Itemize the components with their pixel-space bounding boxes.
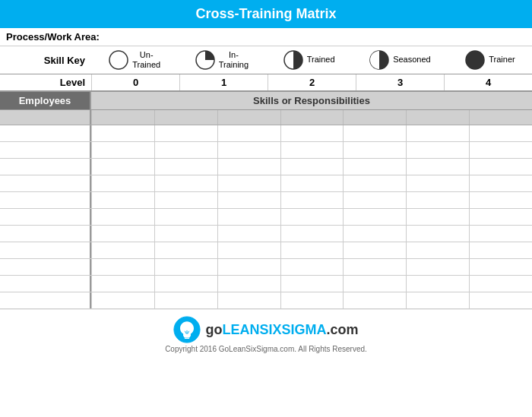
employee-name-cell[interactable]: [0, 276, 91, 292]
data-cell[interactable]: [280, 175, 344, 192]
data-cell[interactable]: [469, 209, 532, 226]
data-cell[interactable]: [91, 125, 154, 142]
employee-name-cell[interactable]: [0, 242, 91, 258]
data-cell[interactable]: [217, 259, 280, 276]
data-cell[interactable]: [217, 142, 280, 159]
data-cell[interactable]: [343, 175, 406, 192]
data-cell[interactable]: [343, 276, 406, 292]
data-cell[interactable]: [343, 209, 406, 226]
data-cell[interactable]: [217, 175, 280, 192]
data-cell[interactable]: [469, 226, 532, 242]
data-cell[interactable]: [343, 192, 406, 209]
data-cell[interactable]: [217, 292, 280, 309]
data-cell[interactable]: [406, 142, 469, 159]
employee-name-cell[interactable]: [0, 142, 91, 158]
data-cell[interactable]: [280, 142, 344, 159]
data-cell[interactable]: [91, 259, 154, 276]
data-cell[interactable]: [217, 242, 280, 259]
data-cell[interactable]: [217, 125, 280, 142]
footer-logo: goLEANSIXSIGMA.com: [0, 316, 532, 343]
data-cell[interactable]: [280, 209, 344, 226]
data-cell[interactable]: [217, 159, 280, 175]
employee-name-cell[interactable]: [0, 209, 91, 225]
data-cell[interactable]: [154, 242, 217, 259]
employee-name-cell[interactable]: [0, 175, 91, 191]
data-cell[interactable]: [154, 159, 217, 175]
subrow-col-1: [91, 110, 154, 125]
data-cell[interactable]: [343, 142, 406, 159]
data-cell[interactable]: [406, 292, 469, 309]
data-cell[interactable]: [91, 292, 154, 309]
data-cell[interactable]: [154, 226, 217, 242]
data-cell[interactable]: [91, 242, 154, 259]
data-cell[interactable]: [280, 226, 344, 242]
data-cell[interactable]: [469, 142, 532, 159]
data-cell[interactable]: [469, 242, 532, 259]
data-cell[interactable]: [217, 276, 280, 292]
data-cell[interactable]: [406, 242, 469, 259]
data-cell[interactable]: [217, 209, 280, 226]
svg-point-4: [466, 51, 484, 69]
data-cell[interactable]: [280, 242, 344, 259]
data-cell[interactable]: [406, 125, 469, 142]
data-cell[interactable]: [469, 259, 532, 276]
employee-name-cell[interactable]: [0, 259, 91, 275]
data-cell[interactable]: [406, 175, 469, 192]
data-cell[interactable]: [469, 175, 532, 192]
data-cell[interactable]: [343, 159, 406, 175]
data-cell[interactable]: [154, 276, 217, 292]
data-cell[interactable]: [217, 192, 280, 209]
data-cell[interactable]: [91, 175, 154, 192]
employee-name-cell[interactable]: [0, 226, 91, 242]
data-cell[interactable]: [154, 175, 217, 192]
data-cells: [91, 226, 532, 242]
data-cell[interactable]: [154, 142, 217, 159]
data-cell[interactable]: [154, 259, 217, 276]
data-cell[interactable]: [280, 159, 344, 175]
employees-header: Employees: [0, 92, 91, 109]
data-cell[interactable]: [406, 209, 469, 226]
data-cell[interactable]: [469, 192, 532, 209]
data-cell[interactable]: [280, 276, 344, 292]
data-cell[interactable]: [91, 142, 154, 159]
bulb-icon: [173, 316, 201, 343]
data-cell[interactable]: [280, 125, 344, 142]
data-cell[interactable]: [154, 292, 217, 309]
svg-rect-6: [184, 336, 190, 337]
data-cell[interactable]: [343, 292, 406, 309]
employee-name-cell[interactable]: [0, 159, 91, 175]
skill-key-section: Skill Key Un-Trained In-Training Trained: [0, 46, 532, 74]
table-row: [0, 142, 532, 159]
skills-header-label: Skills or Responsibilities: [91, 92, 532, 109]
data-cell[interactable]: [469, 125, 532, 142]
data-cell[interactable]: [343, 226, 406, 242]
data-cell[interactable]: [91, 226, 154, 242]
data-cell[interactable]: [406, 276, 469, 292]
data-cell[interactable]: [154, 192, 217, 209]
data-cell[interactable]: [469, 276, 532, 292]
data-cell[interactable]: [280, 292, 344, 309]
data-cell[interactable]: [280, 259, 344, 276]
data-cell[interactable]: [469, 159, 532, 175]
data-cell[interactable]: [217, 226, 280, 242]
employee-name-cell[interactable]: [0, 292, 91, 308]
data-cell[interactable]: [154, 125, 217, 142]
data-cell[interactable]: [343, 259, 406, 276]
data-cell[interactable]: [91, 209, 154, 226]
data-cell[interactable]: [91, 192, 154, 209]
data-cell[interactable]: [406, 192, 469, 209]
data-cell[interactable]: [343, 125, 406, 142]
data-cell[interactable]: [280, 192, 344, 209]
data-cell[interactable]: [343, 242, 406, 259]
footer-logo-text: goLEANSIXSIGMA.com: [205, 322, 358, 338]
data-cell[interactable]: [91, 276, 154, 292]
data-cell[interactable]: [406, 259, 469, 276]
data-cell[interactable]: [406, 159, 469, 175]
employee-name-cell[interactable]: [0, 192, 91, 208]
data-cell[interactable]: [469, 292, 532, 309]
data-cell[interactable]: [406, 226, 469, 242]
svg-point-0: [109, 51, 128, 69]
data-cell[interactable]: [91, 159, 154, 175]
data-cell[interactable]: [154, 209, 217, 226]
employee-name-cell[interactable]: [0, 125, 91, 141]
